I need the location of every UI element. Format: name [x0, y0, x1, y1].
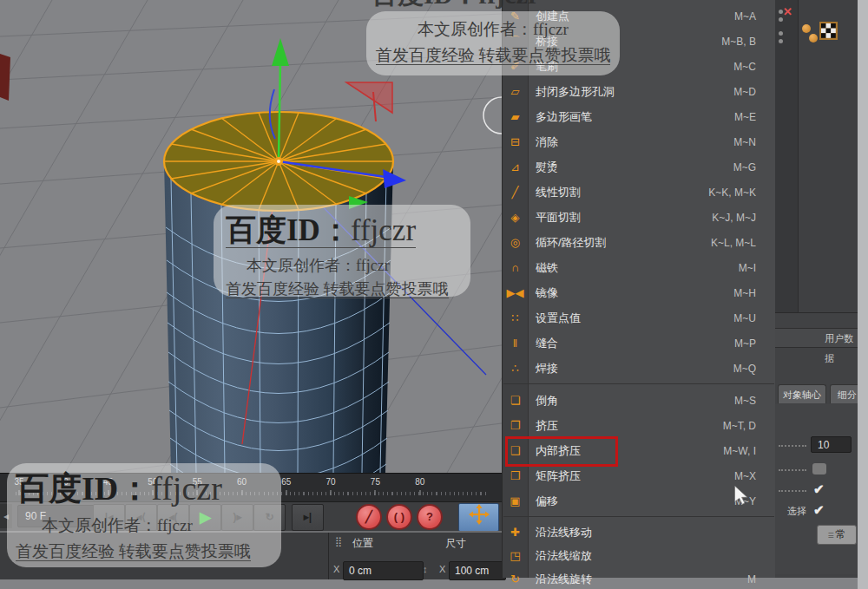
menu-item-shortcut: M~S — [734, 395, 756, 407]
menu-item-line-cut[interactable]: ╱线性切割K~K, M~K — [503, 180, 775, 205]
menu-item-shortcut: K~J, M~J — [712, 212, 756, 224]
size-x-label: X — [439, 564, 445, 574]
menu-item-normal-move[interactable]: ✚沿法线移动 — [503, 520, 775, 544]
menu-item-shortcut: M~U — [733, 312, 756, 324]
tab-object-axis[interactable]: 对象轴心 — [778, 384, 826, 403]
menu-item-label: 沿法线移动 — [536, 525, 592, 540]
menu-item-label: 倒角 — [536, 393, 558, 409]
menu-item-shortcut: M~B, B — [721, 36, 756, 48]
menu-item-label: 设置点值 — [536, 311, 581, 326]
keying-options-button[interactable]: ? — [417, 504, 443, 530]
active-move-tool-button[interactable] — [458, 503, 499, 532]
unchecked-checkbox[interactable] — [812, 463, 826, 474]
size-header: 尺寸 — [445, 536, 466, 551]
offset-value-field[interactable]: 10 — [811, 436, 852, 453]
goto-end-button[interactable]: ▸| — [292, 504, 324, 531]
menu-item-stitch-sew[interactable]: ǁ缝合M~P — [503, 330, 775, 356]
menu-item-shortcut: M~Q — [733, 363, 756, 375]
watermark-author-line: 本文原创作者：ffjczr — [42, 514, 281, 537]
polygon-pen-icon: ▰ — [503, 110, 528, 123]
right-panel: ✕ 用户数据 对象轴心 细分 10 ✔ 选择 ✔ — [775, 0, 858, 578]
mode-dropdown[interactable]: ☰常 — [817, 525, 857, 545]
record-keyframe-button[interactable]: ╱ — [356, 504, 382, 530]
timeline-tick-label: 70 — [326, 477, 336, 487]
menu-item-set-point-value[interactable]: ∷设置点值M~U — [503, 305, 775, 330]
menu-item-extrude[interactable]: ❐挤压M~T, D — [503, 413, 775, 438]
autokey-button[interactable]: ( ) — [386, 504, 412, 530]
visibility-dot[interactable] — [779, 39, 783, 43]
stitch-sew-icon: ǁ — [503, 337, 528, 350]
menu-item-matrix-extrude[interactable]: ❒矩阵挤压M~X — [503, 463, 775, 488]
menu-item-normal-rotate[interactable]: ↻沿法线旋转M — [503, 567, 775, 589]
menu-item-normal-scale[interactable]: ◳沿法线缩放 — [503, 544, 775, 567]
menu-item-polygon-pen[interactable]: ▰多边形画笔M~E — [503, 104, 775, 129]
menu-item-label: 熨烫 — [536, 160, 558, 175]
window-right-edge — [858, 0, 868, 589]
iron-icon: ⊿ — [503, 160, 528, 173]
stepper-arrows-icon[interactable]: ↕ — [423, 564, 428, 574]
attribute-tabs: 对象轴心 细分 — [775, 383, 858, 405]
checkbox-checked-icon[interactable]: ✔ — [813, 481, 825, 497]
dropdown-lines-icon: ☰ — [827, 532, 833, 540]
leader-dots — [779, 468, 806, 471]
magnet-icon: ∩ — [503, 261, 528, 274]
visibility-dots-column: ✕ — [775, 0, 799, 312]
menu-item-shortcut: M~C — [733, 61, 756, 73]
menu-item-mirror[interactable]: ▶◀镜像M~H — [503, 280, 775, 305]
weld-icon: ∴ — [503, 362, 528, 375]
menu-item-label: 沿法线旋转 — [536, 572, 592, 587]
watermark-footer-line: 首发百度经验 转载要点赞投票哦 — [366, 44, 620, 67]
menu-separator — [503, 514, 775, 520]
attribute-rows: 10 ✔ 选择 ✔ ☰常 — [775, 404, 858, 574]
menu-item-label: 镜像 — [536, 285, 558, 301]
menu-item-label: 挤压 — [536, 418, 558, 434]
menu-item-shortcut: M~E — [734, 111, 756, 123]
menu-item-shortcut: K~L, M~L — [711, 237, 756, 249]
menu-item-bevel[interactable]: ❏倒角M~S — [503, 388, 775, 413]
c4d-application: { "watermark": { "id_label": "百度ID：", "i… — [0, 0, 868, 589]
disabled-x-icon[interactable]: ✕ — [783, 5, 792, 18]
menu-item-magnet[interactable]: ∩磁铁M~I — [503, 255, 775, 280]
menu-item-dissolve[interactable]: ⊟消除M~N — [503, 129, 775, 154]
menu-item-iron[interactable]: ⊿熨烫M~G — [503, 154, 775, 180]
line-cut-icon: ╱ — [503, 186, 528, 199]
menu-item-label: 循环/路径切割 — [536, 235, 607, 251]
menu-item-plane-cut[interactable]: ◈平面切割K~J, M~J — [503, 205, 775, 230]
close-polygon-hole-icon: ▱ — [503, 85, 528, 98]
timeline-tick-label: 80 — [415, 477, 424, 487]
menu-item-label: 矩阵挤压 — [536, 468, 581, 484]
position-header: 位置 — [352, 536, 373, 551]
normal-rotate-icon: ↻ — [503, 573, 528, 586]
plane-cut-icon: ◈ — [503, 211, 528, 224]
phong-tag-icon[interactable] — [809, 34, 818, 43]
menu-item-label: 沿法线缩放 — [536, 548, 592, 564]
watermark-top-sliver: 百度ID：ffjczr — [372, 0, 602, 9]
left-edge-marker — [0, 54, 10, 101]
menu-item-shortcut: M~N — [733, 136, 756, 148]
menu-item-weld[interactable]: ∴焊接M~Q — [503, 356, 775, 381]
normal-scale-icon: ◳ — [503, 549, 528, 562]
timeline-tick-label: 75 — [371, 477, 380, 487]
position-x-field[interactable]: 0 cm — [343, 561, 424, 580]
size-x-field[interactable]: 100 cm — [449, 561, 506, 580]
visibility-dot[interactable] — [779, 31, 783, 36]
loop-path-cut-icon: ◎ — [503, 236, 528, 249]
matrix-extrude-icon: ❒ — [503, 469, 528, 482]
polygon-selection-tag-icon[interactable] — [819, 22, 838, 43]
watermark-top: 本文原创作者：ffjczr 首发百度经验 转载要点赞投票哦 — [366, 11, 620, 75]
dropdown-value: 常 — [836, 528, 846, 540]
phong-tag-icon[interactable] — [802, 24, 811, 33]
menu-item-shortcut: M~T, D — [723, 420, 756, 432]
menu-item-loop-path-cut[interactable]: ◎循环/路径切割K~L, M~L — [503, 230, 775, 255]
select-checkbox-checked-icon[interactable]: ✔ — [813, 502, 825, 518]
menu-item-shortcut: M~D — [733, 86, 756, 98]
watermark-footer-line: 首发百度经验 转载要点赞投票哦 — [226, 278, 470, 299]
menu-item-close-polygon-hole[interactable]: ▱封闭多边形孔洞M~D — [503, 79, 775, 104]
dissolve-icon: ⊟ — [503, 135, 528, 148]
user-data-header[interactable]: 用户数据 — [775, 328, 858, 348]
menu-item-extrude-inner[interactable]: ❑内部挤压M~W, I — [503, 438, 775, 463]
watermark-id-title: 百度ID：ffjczr — [226, 210, 470, 251]
red-highlight-box — [505, 436, 618, 467]
position-x-label: X — [333, 564, 339, 574]
menu-item-label: 线性切割 — [536, 185, 581, 200]
